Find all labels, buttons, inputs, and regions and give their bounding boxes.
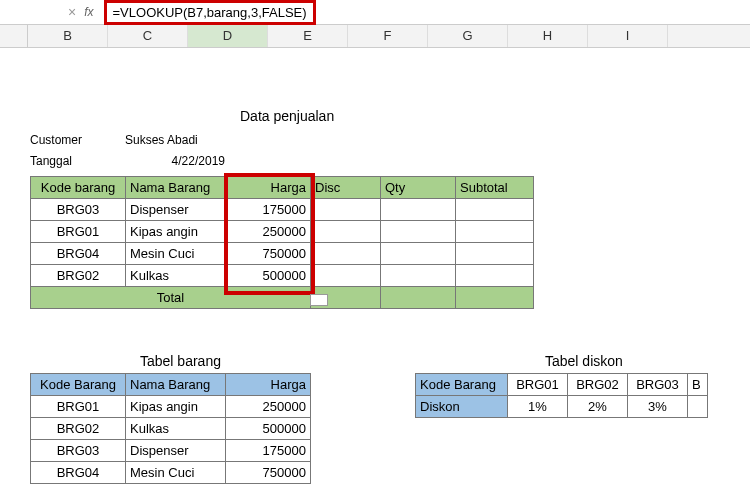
barang-row: BRG02 Kulkas 500000 xyxy=(31,418,311,440)
cell-harga[interactable]: 750000 xyxy=(226,462,311,484)
cell-nama[interactable]: Kipas angin xyxy=(126,221,226,243)
cell-kode[interactable]: BRG04 xyxy=(31,462,126,484)
col-header-e[interactable]: E xyxy=(268,25,348,47)
cell-harga[interactable]: 250000 xyxy=(226,396,311,418)
cell-nama[interactable]: Dispenser xyxy=(126,199,226,221)
autofill-options-icon[interactable] xyxy=(310,294,328,306)
col-header-f[interactable]: F xyxy=(348,25,428,47)
customer-value[interactable]: Sukses Abadi xyxy=(125,133,225,147)
diskon-header-row: Kode Barang BRG01 BRG02 BRG03 B xyxy=(416,374,708,396)
cell-disc[interactable] xyxy=(311,221,381,243)
hdr-kode[interactable]: Kode Barang xyxy=(31,374,126,396)
tanggal-label: Tanggal xyxy=(30,154,125,168)
barang-header-row: Kode Barang Nama Barang Harga xyxy=(31,374,311,396)
cell-disc[interactable] xyxy=(311,243,381,265)
sales-row: BRG02 Kulkas 500000 xyxy=(31,265,534,287)
cell-qty[interactable] xyxy=(381,265,456,287)
cell-qty[interactable] xyxy=(381,243,456,265)
sales-row: BRG01 Kipas angin 250000 xyxy=(31,221,534,243)
diskon-val[interactable]: 3% xyxy=(628,396,688,418)
cell-nama[interactable]: Dispenser xyxy=(126,440,226,462)
diskon-table: Kode Barang BRG01 BRG02 BRG03 B Diskon 1… xyxy=(415,373,708,418)
title-barang: Tabel barang xyxy=(140,353,221,369)
diskon-val-partial[interactable] xyxy=(688,396,708,418)
barang-row: BRG01 Kipas angin 250000 xyxy=(31,396,311,418)
cell-sub[interactable] xyxy=(456,199,534,221)
cell-kode[interactable]: BRG03 xyxy=(31,440,126,462)
cell-harga[interactable]: 500000 xyxy=(226,265,311,287)
formula-input[interactable]: =VLOOKUP(B7,barang,3,FALSE) xyxy=(104,0,316,25)
column-headers: B C D E F G H I xyxy=(0,25,750,48)
hdr-kode[interactable]: Kode barang xyxy=(31,177,126,199)
cell-harga[interactable]: 250000 xyxy=(226,221,311,243)
cell-nama[interactable]: Mesin Cuci xyxy=(126,462,226,484)
cancel-icon[interactable]: × xyxy=(68,4,76,20)
hdr-qty[interactable]: Qty xyxy=(381,177,456,199)
total-label[interactable]: Total xyxy=(31,287,311,309)
cell-qty[interactable] xyxy=(381,221,456,243)
hdr-disc[interactable]: Disc xyxy=(311,177,381,199)
hdr-sub[interactable]: Subtotal xyxy=(456,177,534,199)
date-row: Tanggal 4/22/2019 xyxy=(30,154,225,168)
sales-total-row: Total xyxy=(31,287,534,309)
tanggal-value[interactable]: 4/22/2019 xyxy=(125,154,225,168)
cell-kode[interactable]: BRG03 xyxy=(31,199,126,221)
title-penjualan: Data penjualan xyxy=(240,108,334,124)
total-qty[interactable] xyxy=(381,287,456,309)
customer-label: Customer xyxy=(30,133,125,147)
cell-kode[interactable]: BRG04 xyxy=(31,243,126,265)
diskon-col-partial[interactable]: B xyxy=(688,374,708,396)
barang-table: Kode Barang Nama Barang Harga BRG01 Kipa… xyxy=(30,373,311,484)
cell-harga[interactable]: 175000 xyxy=(226,199,311,221)
hdr-kode[interactable]: Kode Barang xyxy=(416,374,508,396)
hdr-nama[interactable]: Nama Barang xyxy=(126,177,226,199)
col-header-b[interactable]: B xyxy=(28,25,108,47)
hdr-harga[interactable]: Harga xyxy=(226,374,311,396)
cell-sub[interactable] xyxy=(456,243,534,265)
col-header-i[interactable]: I xyxy=(588,25,668,47)
customer-row: Customer Sukses Abadi xyxy=(30,133,225,147)
cell-nama[interactable]: Kulkas xyxy=(126,418,226,440)
barang-row: BRG03 Dispenser 175000 xyxy=(31,440,311,462)
cell-sub[interactable] xyxy=(456,221,534,243)
cell-disc[interactable] xyxy=(311,265,381,287)
cell-qty[interactable] xyxy=(381,199,456,221)
diskon-col[interactable]: BRG03 xyxy=(628,374,688,396)
cell-disc[interactable] xyxy=(311,199,381,221)
sales-row: BRG03 Dispenser 175000 xyxy=(31,199,534,221)
cell-kode[interactable]: BRG02 xyxy=(31,418,126,440)
cell-nama[interactable]: Kulkas xyxy=(126,265,226,287)
diskon-val[interactable]: 1% xyxy=(508,396,568,418)
cell-kode[interactable]: BRG01 xyxy=(31,396,126,418)
fx-label[interactable]: fx xyxy=(84,5,93,19)
formula-bar: × fx =VLOOKUP(B7,barang,3,FALSE) xyxy=(0,0,750,25)
hdr-harga[interactable]: Harga xyxy=(226,177,311,199)
sales-row: BRG04 Mesin Cuci 750000 xyxy=(31,243,534,265)
cell-nama[interactable]: Mesin Cuci xyxy=(126,243,226,265)
col-header-h[interactable]: H xyxy=(508,25,588,47)
col-header-d[interactable]: D xyxy=(188,25,268,47)
cell-nama[interactable]: Kipas angin xyxy=(126,396,226,418)
hdr-nama[interactable]: Nama Barang xyxy=(126,374,226,396)
cell-harga[interactable]: 500000 xyxy=(226,418,311,440)
hdr-diskon[interactable]: Diskon xyxy=(416,396,508,418)
col-header-g[interactable]: G xyxy=(428,25,508,47)
cell-harga[interactable]: 175000 xyxy=(226,440,311,462)
sales-table: Kode barang Nama Barang Harga Disc Qty S… xyxy=(30,176,534,309)
cell-sub[interactable] xyxy=(456,265,534,287)
diskon-val[interactable]: 2% xyxy=(568,396,628,418)
sales-header-row: Kode barang Nama Barang Harga Disc Qty S… xyxy=(31,177,534,199)
select-all-corner[interactable] xyxy=(0,25,28,47)
barang-row: BRG04 Mesin Cuci 750000 xyxy=(31,462,311,484)
diskon-col[interactable]: BRG02 xyxy=(568,374,628,396)
title-diskon: Tabel diskon xyxy=(545,353,623,369)
diskon-value-row: Diskon 1% 2% 3% xyxy=(416,396,708,418)
diskon-col[interactable]: BRG01 xyxy=(508,374,568,396)
col-header-c[interactable]: C xyxy=(108,25,188,47)
cell-harga[interactable]: 750000 xyxy=(226,243,311,265)
cell-kode[interactable]: BRG01 xyxy=(31,221,126,243)
total-sub[interactable] xyxy=(456,287,534,309)
cell-kode[interactable]: BRG02 xyxy=(31,265,126,287)
